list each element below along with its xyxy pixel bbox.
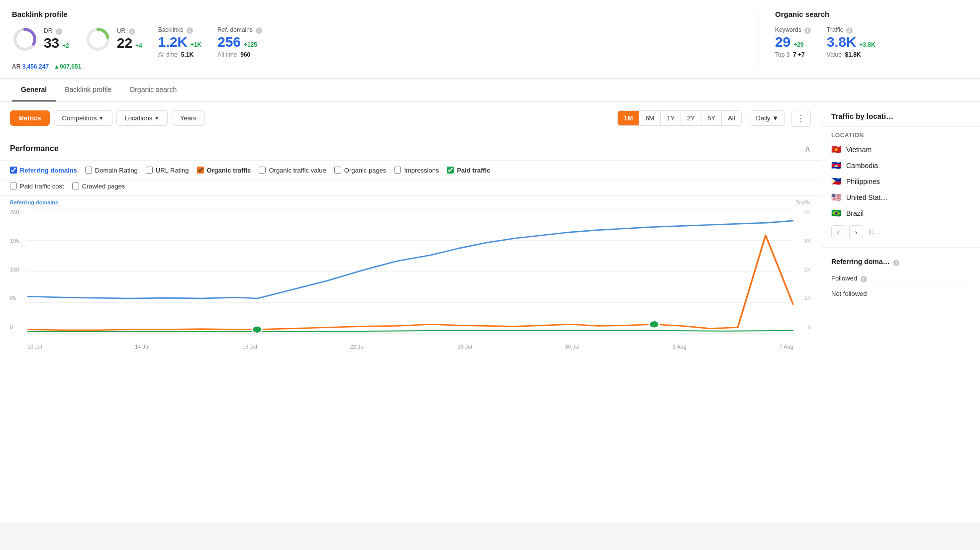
ar-row: AR 3,456,247 ▲907,651	[12, 63, 743, 70]
panel-divider	[821, 247, 980, 248]
more-options-button[interactable]: ⋮	[791, 110, 811, 127]
backlink-section: Backlink profile DR i	[12, 10, 759, 70]
performance-title: Performance	[10, 144, 59, 153]
right-axis-label: Traffic	[796, 199, 811, 205]
backlinks-value: 1.2K	[158, 35, 188, 50]
checkbox-organic-pages[interactable]: Organic pages	[334, 167, 387, 174]
top-panel: Backlink profile DR i	[0, 0, 980, 79]
ref-domains-metric: Ref. domains i 256 +125 All time 960	[217, 26, 262, 58]
pagination-more: C…	[869, 228, 880, 236]
ur-value: 22	[117, 36, 132, 51]
flag-brazil: 🇧🇷	[831, 210, 841, 217]
svg-point-2	[15, 29, 35, 49]
chart-dot-2	[649, 321, 659, 328]
organic-search-title: Organic search	[775, 10, 968, 18]
right-panel: Traffic by locati… Location 🇻🇳 Vietnam 🇰…	[821, 102, 980, 523]
time-2y-button[interactable]: 2Y	[681, 111, 701, 125]
keywords-delta: +29	[793, 41, 803, 48]
backlinks-info-icon[interactable]: i	[187, 27, 193, 34]
location-name-cambodia: Cambodia	[846, 162, 878, 170]
traffic-metric: Traffic i 3.8K +3.8K Value $1.8K	[827, 26, 876, 58]
tab-general[interactable]: General	[12, 79, 56, 101]
ar-value: 3,456,247	[22, 63, 49, 70]
left-axis-label: Referring domains	[10, 199, 58, 205]
keywords-metric: Keywords i 29 +29 Top 3 7 +7	[775, 26, 811, 58]
location-item-cambodia[interactable]: 🇰🇭 Cambodia	[821, 158, 980, 174]
dr-delta: +2	[62, 42, 69, 49]
backlink-profile-title: Backlink profile	[12, 10, 743, 18]
keywords-value: 29	[775, 35, 790, 50]
next-page-button[interactable]: ›	[849, 225, 863, 239]
checkbox-crawled-pages[interactable]: Crawled pages	[72, 183, 125, 190]
metrics-button[interactable]: Metrics	[10, 110, 50, 126]
checkbox-referring-domains[interactable]: Referring domains	[10, 167, 77, 174]
years-button[interactable]: Years	[172, 110, 205, 126]
location-name-vietnam: Vietnam	[846, 146, 872, 154]
ref-domain-followed[interactable]: Followed i	[831, 271, 970, 286]
time-all-button[interactable]: All	[722, 111, 741, 125]
backlinks-metric: Backlinks i 1.2K +1K All time 5.1K	[158, 26, 202, 58]
ref-domains-delta: +125	[244, 41, 257, 48]
ref-domain-not-followed[interactable]: Not followed	[831, 286, 970, 301]
ur-info-icon[interactable]: i	[129, 28, 135, 35]
organic-search-section: Organic search Keywords i 29 +29 Top 3 7…	[759, 10, 968, 70]
checkbox-organic-traffic-value[interactable]: Organic traffic value	[259, 167, 326, 174]
toolbar: Metrics Competitors ▼ Locations ▼ Years …	[0, 102, 821, 135]
performance-header: Performance ∧	[0, 135, 821, 161]
flag-vietnam: 🇻🇳	[831, 146, 841, 153]
time-1m-button[interactable]: 1M	[618, 111, 639, 125]
pagination-row: ‹ › C…	[821, 221, 980, 243]
ur-metric: UR i 22 +4	[85, 26, 142, 52]
chart-svg	[27, 209, 793, 334]
left-y-axis: 260 195 130 65 0	[10, 209, 19, 330]
x-axis-labels: 10 Jul 14 Jul 18 Jul 22 Jul 26 Jul 30 Ju…	[27, 344, 793, 350]
followed-label: Followed i	[831, 275, 867, 282]
checkbox-url-rating[interactable]: URL Rating	[146, 167, 189, 174]
ref-domains-info-icon[interactable]: i	[256, 27, 262, 34]
time-buttons-group: 1M 6M 1Y 2Y 5Y All	[617, 110, 741, 126]
tab-backlink-profile[interactable]: Backlink profile	[56, 79, 120, 101]
nav-tabs: General Backlink profile Organic search	[0, 79, 980, 102]
daily-button[interactable]: Daily ▼	[750, 110, 785, 126]
checkbox-organic-traffic[interactable]: Organic traffic	[197, 167, 251, 174]
checkboxes-row-2: Paid traffic cost Crawled pages	[0, 181, 821, 195]
ref-domains-section: Referring doma… i Followed i Not followe…	[821, 252, 980, 307]
ref-domains-panel-info-icon[interactable]: i	[893, 260, 899, 266]
followed-info-icon[interactable]: i	[861, 276, 867, 282]
backlink-metrics-row: DR i 33 +2	[12, 26, 743, 58]
competitors-button[interactable]: Competitors ▼	[54, 110, 112, 126]
location-name-brazil: Brazil	[846, 209, 864, 217]
ref-domains-label: Ref. domains i	[217, 26, 262, 34]
checkbox-paid-traffic-cost[interactable]: Paid traffic cost	[10, 183, 64, 190]
location-item-brazil[interactable]: 🇧🇷 Brazil	[821, 205, 980, 221]
location-item-usa[interactable]: 🇺🇸 United Stat…	[821, 189, 980, 205]
location-item-vietnam[interactable]: 🇻🇳 Vietnam	[821, 142, 980, 158]
dr-info-icon[interactable]: i	[56, 28, 62, 35]
traffic-value: 3.8K	[827, 35, 856, 50]
right-y-axis: 4K 3K 2K 1K 0	[804, 209, 811, 330]
ur-delta: +4	[135, 42, 142, 49]
organic-metrics-row: Keywords i 29 +29 Top 3 7 +7 Traffic i 3…	[775, 26, 968, 58]
collapse-button[interactable]: ∧	[804, 143, 811, 154]
traffic-info-icon[interactable]: i	[846, 27, 853, 34]
location-item-philippines[interactable]: 🇵🇭 Philippines	[821, 174, 980, 189]
dr-value: 33	[44, 36, 59, 51]
tab-organic-search[interactable]: Organic search	[120, 79, 186, 101]
prev-page-button[interactable]: ‹	[831, 225, 845, 239]
traffic-delta: +3.8K	[859, 41, 875, 48]
time-1y-button[interactable]: 1Y	[661, 111, 681, 125]
checkbox-impressions[interactable]: Impressions	[394, 167, 439, 174]
right-panel-title: Traffic by locati…	[821, 102, 980, 127]
ref-domains-value: 256	[217, 35, 241, 50]
time-5y-button[interactable]: 5Y	[701, 111, 722, 125]
keywords-info-icon[interactable]: i	[804, 27, 811, 34]
keywords-top3: Top 3 7 +7	[775, 51, 805, 58]
chart-dot-1	[252, 326, 262, 333]
ur-label: UR i	[117, 27, 142, 35]
time-6m-button[interactable]: 6M	[639, 111, 661, 125]
checkbox-paid-traffic[interactable]: Paid traffic	[447, 167, 490, 174]
locations-button[interactable]: Locations ▼	[116, 110, 168, 126]
traffic-value-sub: Value $1.8K	[827, 51, 861, 58]
keywords-label: Keywords i	[775, 26, 811, 34]
checkbox-domain-rating[interactable]: Domain Rating	[85, 167, 138, 174]
